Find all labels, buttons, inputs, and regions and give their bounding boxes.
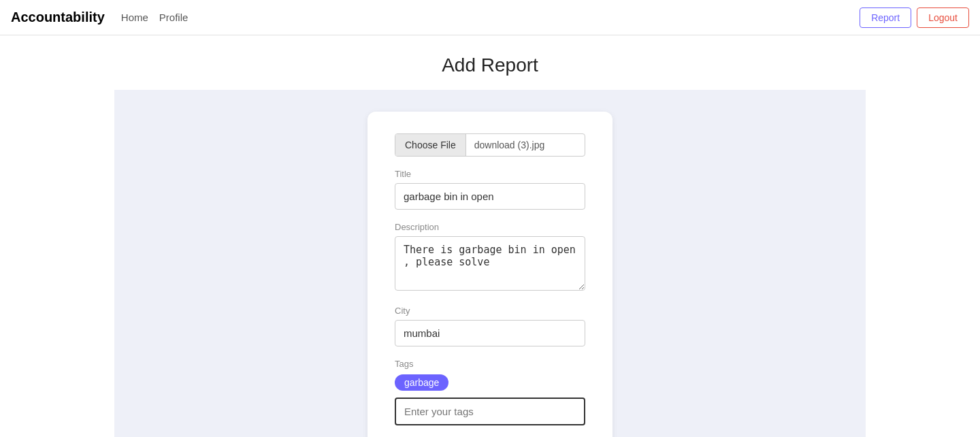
nav-link-profile[interactable]: Profile — [159, 12, 189, 23]
tags-input[interactable] — [395, 398, 585, 425]
navbar: Accountability Home Profile Report Logou… — [0, 0, 980, 35]
nav-link-home[interactable]: Home — [121, 12, 148, 23]
description-label: Description — [395, 222, 585, 232]
main-background: Choose File download (3).jpg Title Descr… — [114, 90, 866, 437]
choose-file-button[interactable]: Choose File — [395, 134, 466, 156]
title-input[interactable] — [395, 183, 585, 210]
file-name-display: download (3).jpg — [466, 134, 585, 156]
logout-button[interactable]: Logout — [917, 7, 969, 28]
tags-list: garbage — [395, 374, 585, 391]
description-input[interactable] — [395, 236, 585, 291]
report-button[interactable]: Report — [860, 7, 911, 28]
brand-name: Accountability — [11, 10, 105, 25]
form-card: Choose File download (3).jpg Title Descr… — [368, 112, 612, 437]
page-title: Add Report — [0, 54, 980, 76]
tags-label: Tags — [395, 359, 585, 369]
title-label: Title — [395, 169, 585, 179]
navbar-actions: Report Logout — [860, 7, 969, 28]
city-input[interactable] — [395, 320, 585, 346]
file-input-row: Choose File download (3).jpg — [395, 133, 585, 157]
navbar-links: Home Profile — [121, 12, 860, 23]
tag-badge: garbage — [395, 374, 448, 391]
city-label: City — [395, 306, 585, 316]
